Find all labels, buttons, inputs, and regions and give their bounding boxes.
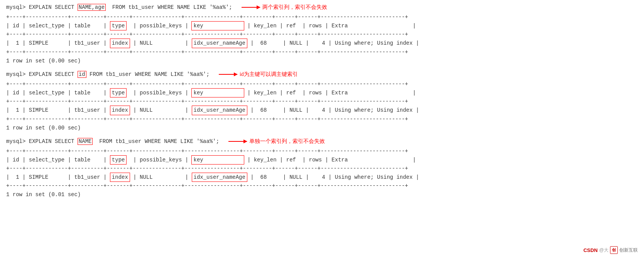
- type-header-highlight-2: type: [110, 88, 127, 97]
- annotation-text-1: 两个索引列，索引不会失效: [262, 4, 327, 11]
- section-1: mysql> EXPLAIN SELECT NAME,age FROM tb1_…: [6, 4, 638, 64]
- query-suffix-3: FROM tb1_user WHERE NAME LIKE '%aa%';: [93, 138, 219, 144]
- query-prefix-1: mysql> EXPLAIN SELECT: [6, 4, 78, 10]
- table-header-2: | id | select_type | table | type | poss…: [6, 88, 638, 97]
- csdn-logo: CSDN: [583, 247, 598, 253]
- query-prefix-2: mysql> EXPLAIN SELECT: [6, 71, 78, 77]
- chuang-logo-icon: 创: [610, 246, 618, 254]
- query-highlight-3: NAME: [78, 138, 93, 145]
- table-data-2: | 1 | SIMPLE | tb1_user | index | NULL |…: [6, 106, 638, 115]
- table-sep-mid-2: +----+-------------+----------+-------+-…: [6, 97, 638, 106]
- type-header-highlight-1: type: [110, 21, 127, 30]
- annotation-text-2: id为主键可以调主键索引: [240, 71, 298, 78]
- type-header-highlight-3: type: [110, 155, 127, 165]
- type-data-highlight-2: index: [110, 106, 130, 115]
- brand-name: 创新互联: [619, 247, 638, 254]
- query-suffix-1: FROM tb1_user WHERE NAME LIKE '%aa%';: [106, 4, 232, 10]
- arrow-icon-2: [219, 74, 237, 75]
- result-1: 1 row in set (0.00 sec): [6, 58, 638, 64]
- result-3: 1 row in set (0.01 sec): [6, 191, 638, 198]
- key-data-highlight-2: idx_user_nameAge: [192, 106, 247, 115]
- table-data-3: | 1 | SIMPLE | tb1_user | index | NULL |…: [6, 173, 638, 182]
- table-sep-top-1: +----+-------------+----------+-------+-…: [6, 13, 638, 21]
- annotation-1: 两个索引列，索引不会失效: [242, 4, 327, 11]
- query-highlight-2: id: [78, 71, 86, 78]
- section-2: mysql> EXPLAIN SELECT id FROM tb1_user W…: [6, 71, 638, 131]
- arrow-icon-3: [228, 141, 247, 142]
- key-header-highlight-3: key: [191, 155, 244, 165]
- arrow-icon-1: [242, 7, 260, 8]
- table-sep-bot-3: +----+-------------+----------+-------+-…: [6, 182, 638, 190]
- key-header-highlight-2: key: [191, 88, 244, 97]
- table-sep-top-2: +----+-------------+----------+-------+-…: [6, 80, 638, 88]
- watermark: CSDN @大 创 创新互联: [583, 246, 638, 254]
- table-sep-top-3: +----+-------------+----------+-------+-…: [6, 147, 638, 155]
- table-header-1: | id | select_type | table | type | poss…: [6, 21, 638, 30]
- annotation-text-3: 单独一个索引列，索引不会失效: [249, 138, 325, 145]
- annotation-3: 单独一个索引列，索引不会失效: [228, 138, 325, 145]
- query-highlight-1: NAME,age: [78, 4, 106, 11]
- query-suffix-2: FROM tb1_user WHERE NAME LIKE '%aa%';: [86, 71, 210, 77]
- table-data-1: | 1 | SIMPLE | tb1_user | index | NULL |…: [6, 39, 638, 48]
- at-sign: @大: [599, 247, 609, 254]
- key-header-highlight-1: key: [191, 21, 244, 30]
- table-sep-mid-3: +----+-------------+----------+-------+-…: [6, 165, 638, 173]
- table-sep-bot-1: +----+-------------+----------+-------+-…: [6, 48, 638, 56]
- query-line-2: mysql> EXPLAIN SELECT id FROM tb1_user W…: [6, 71, 638, 78]
- section-3: mysql> EXPLAIN SELECT NAME FROM tb1_user…: [6, 138, 638, 198]
- query-line-3: mysql> EXPLAIN SELECT NAME FROM tb1_user…: [6, 138, 638, 145]
- type-data-highlight-1: index: [110, 39, 130, 48]
- type-data-highlight-3: index: [110, 173, 130, 182]
- annotation-2: id为主键可以调主键索引: [219, 71, 298, 78]
- key-data-highlight-3: idx_user_nameAge: [192, 173, 247, 182]
- key-data-highlight-1: idx_user_nameAge: [192, 39, 247, 48]
- query-line-1: mysql> EXPLAIN SELECT NAME,age FROM tb1_…: [6, 4, 638, 11]
- result-2: 1 row in set (0.00 sec): [6, 125, 638, 131]
- query-prefix-3: mysql> EXPLAIN SELECT: [6, 138, 78, 144]
- table-header-3: | id | select_type | table | type | poss…: [6, 155, 638, 165]
- table-sep-bot-2: +----+-------------+----------+-------+-…: [6, 115, 638, 123]
- table-sep-mid-1: +----+-------------+----------+-------+-…: [6, 30, 638, 39]
